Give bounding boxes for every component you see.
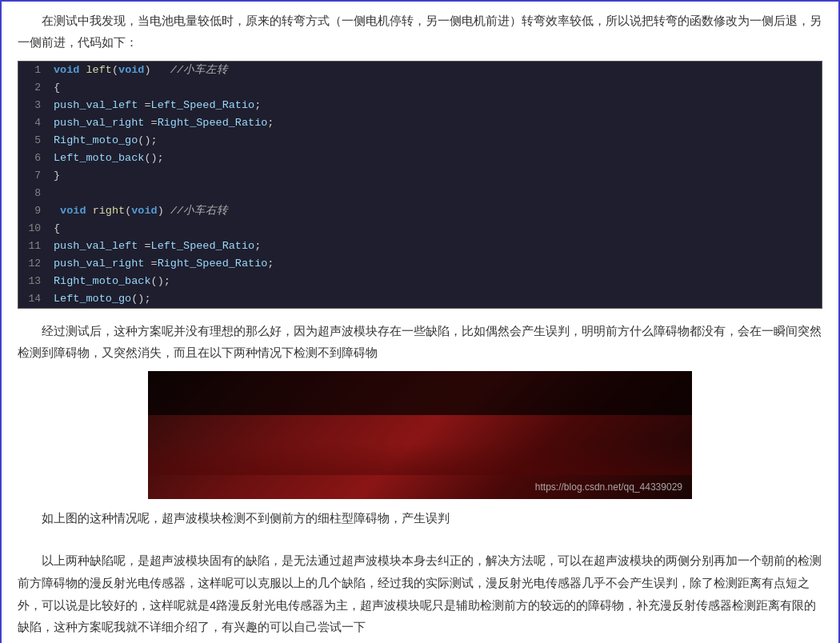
code-line-2: 2 { <box>18 79 822 97</box>
code-line-5: 5 Right_moto_go(); <box>18 132 822 150</box>
line-content: void right(void) //小车右转 <box>50 202 228 220</box>
line-number: 14 <box>18 290 50 308</box>
conclusion-paragraph: 以上两种缺陷呢，是超声波模块固有的缺陷，是无法通过超声波模块本身去纠正的，解决方… <box>18 549 822 638</box>
line-number: 3 <box>18 97 50 114</box>
intro-text: 在测试中我发现，当电池电量较低时，原来的转弯方式（一侧电机停转，另一侧电机前进）… <box>18 14 822 49</box>
line-number: 2 <box>18 79 50 97</box>
intro-paragraph: 在测试中我发现，当电池电量较低时，原来的转弯方式（一侧电机停转，另一侧电机前进）… <box>18 10 822 53</box>
line-content: Left_moto_back(); <box>50 150 164 167</box>
post-code-text: 经过测试后，这种方案呢并没有理想的那么好，因为超声波模块存在一些缺陷，比如偶然会… <box>18 324 822 359</box>
code-block: 1 void left(void) //小车左转 2 { 3 push_val_… <box>18 61 822 309</box>
image-dark-overlay <box>148 371 692 415</box>
line-number: 13 <box>18 273 50 290</box>
code-line-8: 8 <box>18 185 822 202</box>
obstacle-image: https://blog.csdn.net/qq_44339029 <box>148 371 692 499</box>
code-line-9: 9 void right(void) //小车右转 <box>18 202 822 220</box>
code-line-7: 7 } <box>18 167 822 185</box>
code-line-13: 13 Right_moto_back(); <box>18 273 822 290</box>
line-number: 11 <box>18 238 50 255</box>
conclusion-text: 以上两种缺陷呢，是超声波模块固有的缺陷，是无法通过超声波模块本身去纠正的，解决方… <box>18 553 822 633</box>
post-code-paragraph: 经过测试后，这种方案呢并没有理想的那么好，因为超声波模块存在一些缺陷，比如偶然会… <box>18 320 822 363</box>
line-content: { <box>50 220 60 238</box>
code-line-14: 14 Left_moto_go(); <box>18 290 822 308</box>
line-content: push_val_right =Right_Speed_Ratio; <box>50 255 274 273</box>
line-content: void left(void) //小车左转 <box>50 62 228 79</box>
code-line-4: 4 push_val_right =Right_Speed_Ratio; <box>18 114 822 132</box>
line-number: 9 <box>18 202 50 220</box>
line-number: 8 <box>18 185 50 202</box>
figure-caption-paragraph: 如上图的这种情况呢，超声波模块检测不到侧前方的细柱型障碍物，产生误判 <box>18 507 822 529</box>
line-number: 1 <box>18 62 50 79</box>
code-line-1: 1 void left(void) //小车左转 <box>18 62 822 79</box>
code-line-6: 6 Left_moto_back(); <box>18 150 822 167</box>
line-content: Left_moto_go(); <box>50 290 151 308</box>
spacer <box>18 537 822 543</box>
line-content: push_val_left =Left_Speed_Ratio; <box>50 97 261 114</box>
line-number: 6 <box>18 150 50 167</box>
line-content: { <box>50 79 60 97</box>
line-content: push_val_right =Right_Speed_Ratio; <box>50 114 274 132</box>
line-content <box>50 185 60 202</box>
line-content: push_val_left =Left_Speed_Ratio; <box>50 238 261 255</box>
line-number: 10 <box>18 220 50 238</box>
line-content: Right_moto_back(); <box>50 273 170 290</box>
image-watermark: https://blog.csdn.net/qq_44339029 <box>535 481 682 493</box>
figure-caption-text: 如上图的这种情况呢，超声波模块检测不到侧前方的细柱型障碍物，产生误判 <box>42 511 450 525</box>
line-number: 4 <box>18 114 50 132</box>
line-number: 7 <box>18 167 50 185</box>
code-line-3: 3 push_val_left =Left_Speed_Ratio; <box>18 97 822 114</box>
code-line-12: 12 push_val_right =Right_Speed_Ratio; <box>18 255 822 273</box>
image-section: https://blog.csdn.net/qq_44339029 <box>18 371 822 499</box>
page-container: 在测试中我发现，当电池电量较低时，原来的转弯方式（一侧电机停转，另一侧电机前进）… <box>0 0 840 643</box>
line-number: 5 <box>18 132 50 150</box>
line-content: Right_moto_go(); <box>50 132 158 150</box>
line-content: } <box>50 167 60 185</box>
code-line-11: 11 push_val_left =Left_Speed_Ratio; <box>18 238 822 255</box>
line-number: 12 <box>18 255 50 273</box>
code-line-10: 10 { <box>18 220 822 238</box>
